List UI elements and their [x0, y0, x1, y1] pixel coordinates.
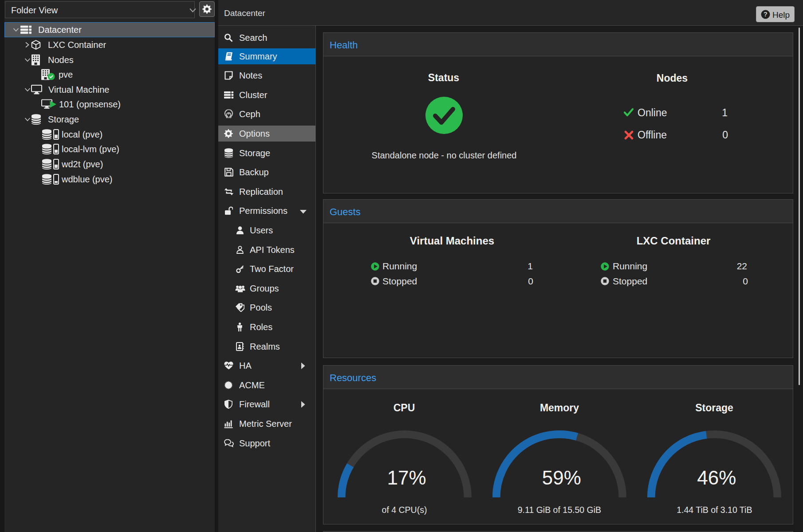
svg-text:?: ?	[764, 11, 768, 18]
